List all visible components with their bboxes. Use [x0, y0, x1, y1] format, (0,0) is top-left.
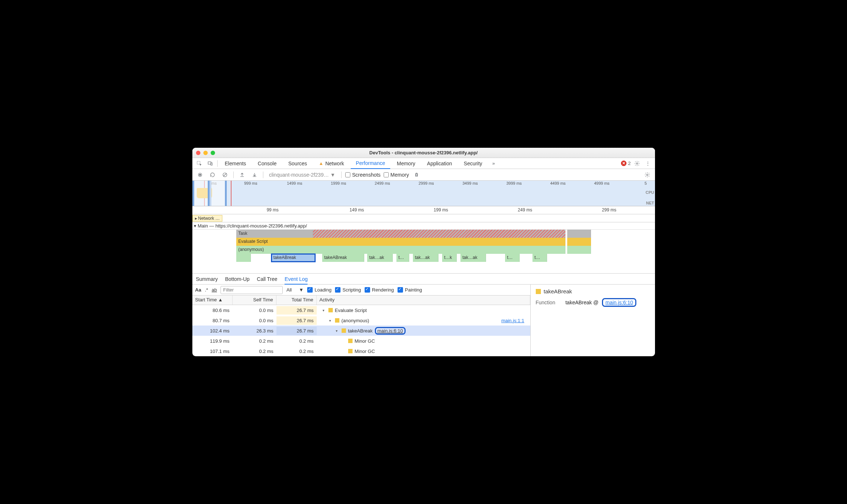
- minimize-icon[interactable]: [203, 151, 208, 155]
- main-thread-header[interactable]: ▾ Main — https://clinquant-mousse-2f2396…: [192, 222, 655, 230]
- table-row[interactable]: 119.9 ms0.2 ms0.2 msMinor GC: [192, 336, 530, 346]
- garbage-collect-icon[interactable]: [412, 170, 421, 180]
- tab-console[interactable]: Console: [253, 158, 282, 169]
- function-name: takeABreak @: [565, 300, 598, 305]
- source-link[interactable]: main.js:6:10: [377, 328, 403, 334]
- inspect-icon[interactable]: [195, 159, 204, 168]
- tab-elements[interactable]: Elements: [220, 158, 251, 169]
- range-handle-right[interactable]: [208, 181, 227, 206]
- tab-event-log[interactable]: Event Log: [285, 274, 308, 285]
- flame-fn[interactable]: takeABreak: [322, 254, 364, 262]
- more-tabs-icon[interactable]: »: [489, 159, 498, 168]
- tick: 3499 ms: [462, 181, 478, 185]
- close-icon[interactable]: [196, 151, 200, 155]
- check-painting[interactable]: Painting: [398, 287, 422, 293]
- match-case-icon[interactable]: Aa: [195, 287, 202, 293]
- disclosure-icon[interactable]: ▾: [336, 329, 339, 333]
- settings-icon[interactable]: [632, 159, 642, 168]
- source-link-box: main.js:6:10: [602, 298, 636, 307]
- col-activity[interactable]: Activity: [317, 296, 530, 305]
- check-rendering[interactable]: Rendering: [365, 287, 394, 293]
- table-row[interactable]: 107.1 ms0.2 ms0.2 msMinor GC: [192, 346, 530, 356]
- source-link[interactable]: main.js:6:10: [605, 300, 633, 305]
- table-body: 80.6 ms0.0 ms26.7 ms▾Evaluate Script80.7…: [192, 305, 530, 356]
- script-icon: [348, 349, 353, 353]
- match-whole-word-icon[interactable]: ab: [212, 287, 217, 293]
- tick: 999 ms: [244, 181, 257, 185]
- tab-call-tree[interactable]: Call Tree: [257, 274, 277, 285]
- checkbox-icon: [365, 287, 370, 293]
- error-counter[interactable]: ✕ 2: [621, 161, 630, 166]
- tick: 149 ms: [350, 207, 364, 212]
- flame-fn[interactable]: t…: [505, 254, 520, 262]
- flame-eval[interactable]: [567, 238, 591, 246]
- flame-fn[interactable]: tak…ak: [460, 254, 486, 262]
- flame-task-long[interactable]: [313, 230, 565, 238]
- network-label-text: Network …: [198, 216, 220, 221]
- check-scripting[interactable]: Scripting: [335, 287, 361, 293]
- upload-icon[interactable]: [237, 170, 247, 180]
- all-label: All: [286, 287, 291, 293]
- capture-settings-icon[interactable]: [643, 170, 652, 180]
- table-row[interactable]: 80.6 ms0.0 ms26.7 ms▾Evaluate Script: [192, 305, 530, 315]
- flame-fn[interactable]: t…: [532, 254, 547, 262]
- tab-memory[interactable]: Memory: [392, 158, 421, 169]
- flame-anon[interactable]: [567, 246, 591, 254]
- category-select[interactable]: All ▼: [286, 287, 304, 293]
- network-track[interactable]: ▸ Network …: [192, 214, 655, 222]
- check-label: Scripting: [342, 287, 361, 293]
- flame-fn[interactable]: t…k: [442, 254, 457, 262]
- flame-fn[interactable]: t…: [396, 254, 409, 262]
- flame-task[interactable]: Task: [236, 230, 313, 238]
- tick: 299 ms: [602, 207, 616, 212]
- memory-checkbox[interactable]: Memory: [384, 172, 409, 178]
- col-total-time[interactable]: Total Time: [276, 296, 317, 305]
- script-icon: [536, 289, 541, 294]
- flame-anon[interactable]: (anonymous): [236, 246, 565, 254]
- flame-fn[interactable]: [236, 254, 251, 262]
- tab-summary[interactable]: Summary: [196, 274, 218, 285]
- event-log-table: Aa .* ab All ▼ Loading Scripting Renderi…: [192, 285, 531, 356]
- device-toggle-icon[interactable]: [206, 159, 215, 168]
- flame-task[interactable]: [567, 230, 591, 238]
- download-icon[interactable]: [250, 170, 259, 180]
- tab-network[interactable]: ▲Network: [314, 158, 349, 169]
- sidebar-title: takeABreak: [536, 288, 650, 298]
- tab-bottom-up[interactable]: Bottom-Up: [225, 274, 249, 285]
- record-icon[interactable]: [195, 170, 205, 180]
- tab-security[interactable]: Security: [459, 158, 488, 169]
- tab-sources[interactable]: Sources: [283, 158, 312, 169]
- error-icon: ✕: [621, 161, 626, 166]
- sidebar-title-text: takeABreak: [544, 288, 572, 294]
- reload-icon[interactable]: [208, 170, 217, 180]
- filter-input[interactable]: [221, 286, 283, 294]
- separator: [341, 172, 342, 178]
- check-label: Rendering: [372, 287, 394, 293]
- regex-icon[interactable]: .*: [205, 287, 208, 293]
- source-link[interactable]: main.js:1:1: [501, 318, 524, 323]
- tab-application[interactable]: Application: [422, 158, 458, 169]
- overview-timeline[interactable]: 9 ms 999 ms 1499 ms 1999 ms 2499 ms 2999…: [192, 181, 655, 206]
- disclosure-icon[interactable]: ▾: [323, 308, 326, 312]
- screenshots-checkbox[interactable]: Screenshots: [345, 172, 381, 178]
- profile-selector[interactable]: clinquant-mousse-2f239… ▼: [267, 172, 338, 178]
- kebab-menu-icon[interactable]: ⋮: [643, 159, 653, 168]
- memory-label: Memory: [391, 172, 409, 178]
- flame-chart[interactable]: Task Evaluate Script (anonymous) takeABr…: [192, 230, 655, 274]
- flame-fn-selected[interactable]: takeABreak: [271, 254, 315, 262]
- details-pane: Aa .* ab All ▼ Loading Scripting Renderi…: [192, 285, 655, 356]
- flame-eval[interactable]: Evaluate Script: [236, 238, 565, 246]
- col-self-time[interactable]: Self Time: [233, 296, 276, 305]
- disclosure-icon[interactable]: ▾: [329, 319, 333, 323]
- table-row[interactable]: 102.4 ms26.3 ms26.7 ms▾takeABreakmain.js…: [192, 326, 530, 336]
- tick: 249 ms: [518, 207, 532, 212]
- clear-icon[interactable]: [220, 170, 230, 180]
- col-start-time[interactable]: Start Time ▲: [192, 296, 233, 305]
- maximize-icon[interactable]: [211, 151, 215, 155]
- flame-fn[interactable]: tak…ak: [413, 254, 438, 262]
- flame-fn[interactable]: tak…ak: [367, 254, 393, 262]
- network-track-label[interactable]: ▸ Network …: [192, 215, 222, 222]
- check-loading[interactable]: Loading: [307, 287, 331, 293]
- tab-performance[interactable]: Performance: [351, 158, 390, 169]
- traffic-lights: [196, 151, 215, 155]
